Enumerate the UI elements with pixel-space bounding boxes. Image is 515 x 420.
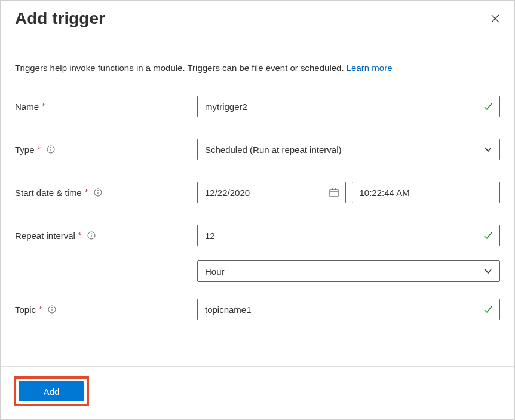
name-input[interactable] — [198, 96, 499, 117]
label-repeat-interval: Repeat interval * — [15, 225, 197, 246]
calendar-icon[interactable] — [329, 187, 339, 198]
svg-point-7 — [98, 191, 99, 191]
svg-rect-8 — [330, 189, 338, 197]
svg-point-20 — [91, 234, 92, 234]
page-title: Add trigger — [15, 9, 105, 28]
add-button[interactable]: Add — [19, 381, 84, 401]
topic-input[interactable] — [198, 299, 499, 320]
topic-input-wrap — [197, 299, 500, 320]
repeat-interval-unit-value: Hour — [198, 261, 499, 281]
info-icon[interactable] — [48, 305, 56, 314]
start-date-input-wrap — [197, 182, 346, 203]
description-body: Triggers help invoke functions in a modu… — [15, 63, 347, 73]
info-icon[interactable] — [94, 188, 102, 197]
label-name: Name * — [15, 96, 197, 117]
add-trigger-panel: Add trigger Triggers help invoke functio… — [0, 0, 515, 420]
chevron-down-icon — [484, 267, 492, 275]
repeat-interval-input-wrap — [197, 225, 500, 246]
type-select[interactable]: Scheduled (Run at repeat interval) — [197, 139, 500, 160]
close-icon[interactable] — [491, 14, 500, 23]
repeat-interval-unit-select[interactable]: Hour — [197, 260, 500, 282]
chevron-down-icon — [484, 145, 492, 154]
label-type: Type * — [15, 139, 197, 160]
row-topic: Topic * — [15, 299, 500, 320]
label-name-text: Name — [15, 102, 39, 112]
start-time-input[interactable] — [352, 182, 500, 203]
required-asterisk: * — [78, 231, 81, 240]
panel-header: Add trigger — [1, 1, 514, 34]
add-button-highlight: Add — [14, 376, 89, 406]
checkmark-icon — [483, 304, 493, 315]
learn-more-link[interactable]: Learn more — [347, 63, 393, 73]
label-start-date-time: Start date & time * — [15, 182, 197, 203]
label-start-date-time-text: Start date & time — [15, 188, 82, 198]
info-icon[interactable] — [87, 231, 96, 240]
panel-footer: Add — [1, 366, 514, 419]
start-time-input-wrap — [352, 182, 501, 203]
description-text: Triggers help invoke functions in a modu… — [1, 34, 514, 73]
label-type-text: Type — [15, 145, 35, 155]
label-topic-text: Topic — [15, 305, 36, 315]
form-body: Name * Type * — [1, 73, 514, 342]
type-select-value: Scheduled (Run at repeat interval) — [198, 139, 499, 160]
checkmark-icon — [483, 101, 493, 112]
row-type: Type * Scheduled (Run at repeat interval… — [15, 139, 500, 160]
info-icon[interactable] — [47, 145, 55, 154]
svg-point-23 — [52, 308, 53, 308]
label-repeat-interval-text: Repeat interval — [15, 231, 75, 241]
svg-point-4 — [50, 148, 51, 148]
row-start-date-time: Start date & time * — [15, 182, 500, 203]
required-asterisk: * — [42, 102, 45, 111]
label-topic: Topic * — [15, 299, 197, 320]
row-repeat-interval: Repeat interval * Hour — [15, 225, 500, 282]
start-date-input[interactable] — [198, 182, 345, 203]
repeat-interval-input[interactable] — [198, 225, 499, 246]
required-asterisk: * — [39, 305, 42, 314]
row-name: Name * — [15, 96, 500, 117]
name-input-wrap — [197, 96, 500, 117]
required-asterisk: * — [85, 188, 88, 197]
checkmark-icon — [483, 230, 493, 241]
required-asterisk: * — [38, 145, 41, 154]
